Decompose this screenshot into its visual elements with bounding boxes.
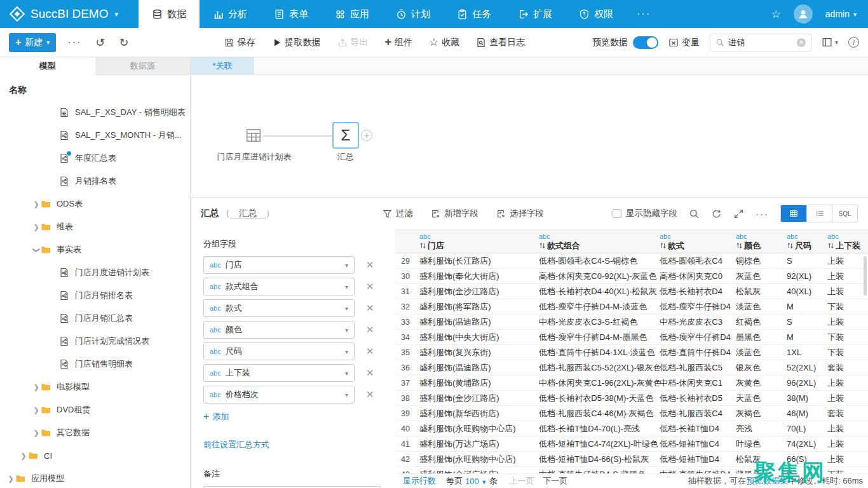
tree-item-store-completion[interactable]: 门店计划完成情况表: [0, 330, 190, 353]
model-canvas[interactable]: 门店月度进销计划表 Σ 汇总 +: [191, 75, 868, 197]
next-page-button[interactable]: 下一页: [543, 475, 567, 487]
search-input[interactable]: [728, 37, 793, 47]
info-button[interactable]: i: [848, 37, 859, 48]
add-group-field-link[interactable]: + 添加: [203, 411, 395, 423]
nav-tab-plans[interactable]: 计划: [383, 0, 444, 28]
nav-tab-analysis[interactable]: 分析: [200, 0, 261, 28]
group-field-select-6[interactable]: abc 价格档次 ▾: [203, 386, 355, 403]
sum-node[interactable]: Σ: [332, 122, 359, 149]
panel-search-button[interactable]: [689, 208, 700, 219]
tree-item-ci-folder[interactable]: ❯ CI: [0, 444, 190, 467]
nav-tab-extensions[interactable]: 扩展: [505, 0, 566, 28]
panel-more-button[interactable]: ···: [756, 208, 769, 219]
undo-button[interactable]: ↺: [95, 36, 105, 50]
column-header-0[interactable]: abc 门店: [419, 230, 539, 253]
user-menu[interactable]: admin ▾: [825, 9, 857, 19]
add-field-button[interactable]: 新增字段: [431, 208, 478, 219]
tree-item-sal-f-xs-month[interactable]: SAL_F_XS_MONTH - 月销...: [0, 124, 190, 147]
column-header-3[interactable]: abc 颜色: [736, 230, 787, 253]
table-row[interactable]: 40盛利服饰(永旺购物中心店)低档-长袖T恤D4-70(L)-亮浅低档-长袖T恤…: [395, 421, 868, 437]
filter-button[interactable]: 过滤: [383, 208, 413, 219]
expand-button[interactable]: [733, 208, 744, 219]
grid-view-button[interactable]: [781, 205, 806, 222]
table-scrollbar[interactable]: [864, 256, 867, 295]
tree-item-dvd-folder[interactable]: ❯ DVD租赁: [0, 398, 190, 421]
view-log-button[interactable]: 查看日志: [476, 37, 525, 48]
group-field-select-4[interactable]: abc 尺码 ▾: [203, 342, 355, 360]
table-row[interactable]: 29盛利服饰(长江路店)低档-圆领毛衣C4-S-铜棕色低档-圆领毛衣C4铜棕色S…: [395, 254, 868, 269]
tree-expand-icon[interactable]: ❯: [32, 383, 41, 391]
table-row[interactable]: 32盛利服饰(将军路店)低档-瘦窄牛仔裤D4-M-淡蓝色低档-瘦窄牛仔裤D4淡蓝…: [395, 299, 868, 315]
group-field-select-2[interactable]: abc 款式 ▾: [203, 299, 355, 317]
column-header-4[interactable]: abc 尺码: [787, 230, 827, 253]
group-field-select-5[interactable]: abc 上下装 ▾: [203, 364, 355, 382]
add-node-button[interactable]: +: [361, 130, 372, 141]
setup-summary-link[interactable]: 前往设置汇总方式: [203, 439, 395, 451]
tree-item-app-model-folder[interactable]: ❯ 应用模型: [0, 467, 190, 488]
sql-view-button[interactable]: SQL: [832, 205, 857, 222]
tree-item-store-summary[interactable]: 门店月销汇总表: [0, 307, 190, 330]
tree-item-fact-folder[interactable]: ❯ 事实表: [0, 238, 190, 261]
doc-tab-relation[interactable]: *关联: [191, 57, 254, 74]
table-row[interactable]: 42盛利服饰(永旺购物中心店)低档-短袖T恤D4-66(S)-松鼠灰低档-短袖T…: [395, 452, 868, 467]
avatar[interactable]: [794, 4, 813, 24]
tree-item-monthly-rank[interactable]: 月销排名表: [0, 170, 190, 193]
column-header-5[interactable]: abc 上下装: [827, 230, 868, 253]
tree-item-store-rank[interactable]: 门店月销排名表: [0, 284, 190, 307]
remove-field-button[interactable]: ✕: [366, 281, 374, 292]
tree-expand-icon[interactable]: ❯: [32, 223, 41, 231]
show-hidden-fields-checkbox[interactable]: 显示隐藏字段: [613, 208, 677, 219]
tree-item-sal-f-xs-day[interactable]: SAL_F_XS_DAY - 销售明细表: [0, 101, 190, 124]
remove-field-button[interactable]: ✕: [366, 346, 374, 357]
remove-field-button[interactable]: ✕: [366, 302, 374, 314]
tab-model[interactable]: 模型: [0, 57, 95, 75]
table-row[interactable]: 30盛利服饰(奉化大街店)高档-休闲夹克C0-92(XL)-灰蓝色高档-休闲夹克…: [395, 269, 868, 284]
extract-data-button[interactable]: 提取数据: [272, 37, 321, 48]
table-row[interactable]: 31盛利服饰(金沙江路店)低档-长袖衬衣D4-40(XL)-松鼠灰低档-长袖衬衣…: [395, 284, 868, 299]
save-button[interactable]: 保存: [224, 37, 255, 48]
table-row[interactable]: 34盛利服饰(中央大街店)低档-瘦窄牛仔裤D4-M-墨黑色低档-瘦窄牛仔裤D4墨…: [395, 330, 868, 345]
table-row[interactable]: 33盛利服饰(温迪路店)中档-光皮皮衣C3-S-红褐色中档-光皮皮衣C3红褐色S…: [395, 315, 868, 330]
tree-item-store-detail[interactable]: 门店销售明细表: [0, 353, 190, 376]
brand[interactable]: SuccBI DEMO ▾: [0, 0, 139, 28]
table-row[interactable]: 37盛利服饰(黄埔路店)中档-休闲夹克C1-96(2XL)-灰黄色中档-休闲夹克…: [395, 376, 868, 391]
select-field-button[interactable]: 选择字段: [496, 208, 544, 219]
nav-tab-data[interactable]: 数据: [139, 0, 200, 28]
page-size-select[interactable]: 100 ▼: [465, 477, 487, 486]
clear-search-icon[interactable]: ✕: [797, 38, 806, 47]
panel-name-input[interactable]: 汇总: [230, 208, 266, 219]
tree-item-store-plan[interactable]: 门店月度进销计划表: [0, 261, 190, 284]
tree-expand-icon[interactable]: ❯: [6, 475, 15, 483]
nav-tab-apps[interactable]: 应用: [322, 0, 383, 28]
refresh-button[interactable]: [711, 208, 722, 219]
table-row[interactable]: 39盛利服饰(新华西街店)低档-礼服西装C4-46(M)-灰褐色低档-礼服西装C…: [395, 406, 868, 421]
layout-switch-button[interactable]: ▾: [822, 37, 838, 48]
nav-tab-permissions[interactable]: 权限: [566, 0, 627, 28]
remove-field-button[interactable]: ✕: [366, 259, 374, 271]
variables-button[interactable]: 变量: [668, 37, 700, 48]
tree-item-dim-folder[interactable]: ❯ 维表: [0, 215, 190, 238]
toolbar-more-button[interactable]: ···: [67, 37, 81, 48]
remove-field-button[interactable]: ✕: [366, 389, 374, 400]
group-field-select-1[interactable]: abc 款式组合 ▾: [203, 278, 355, 295]
tree-expand-icon[interactable]: ❯: [32, 200, 41, 208]
favorite-star-icon[interactable]: ☆: [771, 8, 781, 21]
component-button[interactable]: + 组件: [385, 36, 413, 49]
preview-dataset-link[interactable]: 预览数据集: [747, 476, 788, 485]
preview-data-toggle[interactable]: [633, 36, 658, 49]
nav-tab-tasks[interactable]: 任务: [444, 0, 505, 28]
tree-item-annual-summary[interactable]: 年度汇总表: [0, 147, 190, 170]
nav-tab-forms[interactable]: 表单: [261, 0, 322, 28]
group-field-select-3[interactable]: abc 颜色 ▾: [203, 321, 355, 339]
table-row[interactable]: 35盛利服饰(复兴东街)低档-直筒牛仔裤D4-1XL-淡蓝色低档-直筒牛仔裤D4…: [395, 345, 868, 360]
column-header-2[interactable]: abc 款式: [660, 230, 736, 253]
tree-expand-icon[interactable]: ❯: [32, 406, 41, 414]
group-field-select-0[interactable]: abc 门店 ▾: [203, 256, 355, 274]
source-table-node[interactable]: [245, 127, 262, 144]
table-row[interactable]: 36盛利服饰(温迪路店)低档-礼服西装C5-52(2XL)-银灰色低档-礼服西装…: [395, 360, 868, 376]
table-row[interactable]: 41盛利服饰(万达广场店)低档-短袖T恤C4-74(2XL)-叶绿色低档-短袖T…: [395, 437, 868, 452]
favorite-button[interactable]: ☆ 收藏: [429, 36, 459, 49]
tree-expand-icon[interactable]: ❯: [32, 429, 41, 437]
tree-expand-icon[interactable]: ❯: [19, 452, 28, 460]
remove-field-button[interactable]: ✕: [366, 367, 374, 379]
